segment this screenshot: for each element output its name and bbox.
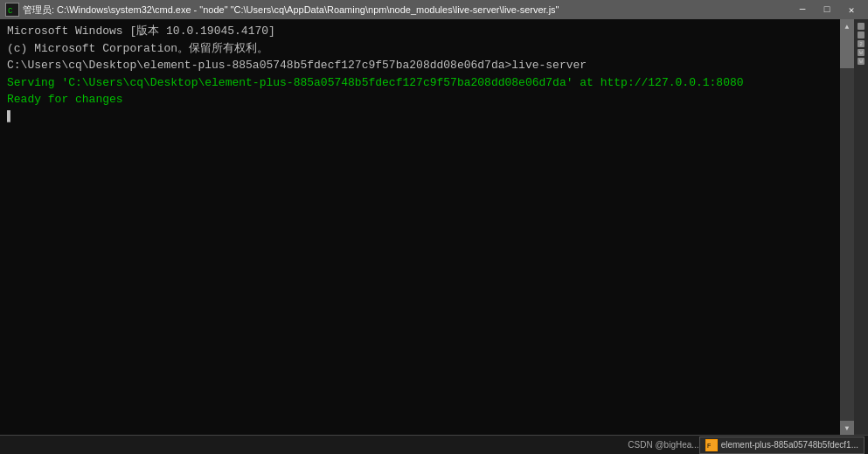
scrollbar-down-btn[interactable]: ▼ xyxy=(840,421,854,435)
scrollbar-thumb-area xyxy=(840,33,854,421)
terminal-line-0: Microsoft Windows [版本 10.0.19045.4170] xyxy=(7,23,833,40)
title-bar-controls: ─ □ ✕ xyxy=(791,3,863,17)
terminal-cursor-line xyxy=(7,108,833,126)
close-button[interactable]: ✕ xyxy=(840,3,863,17)
side-dot-3: 2 xyxy=(858,40,865,47)
scrollbar-thumb[interactable] xyxy=(840,33,854,68)
side-dot-5: W xyxy=(858,58,865,65)
terminal-line-4: Serving 'C:\Users\cq\Desktop\element-plu… xyxy=(7,74,833,92)
taskbar-csdn-label: CSDN @bigHea... xyxy=(628,440,698,450)
side-panel: 2 W W xyxy=(854,19,868,435)
taskbar-item[interactable]: F element-plus-885a05748b5fdecf1... xyxy=(699,437,865,454)
terminal-line-5: Ready for changes xyxy=(7,91,833,108)
side-dot-4: W xyxy=(858,49,865,56)
maximize-button[interactable]: □ xyxy=(816,3,838,17)
scrollbar-track[interactable]: ▲ ▼ xyxy=(840,19,854,435)
taskbar: CSDN @bigHea... F element-plus-885a05748… xyxy=(0,435,868,454)
window-container: Microsoft Windows [版本 10.0.19045.4170] (… xyxy=(0,19,868,435)
terminal-area[interactable]: Microsoft Windows [版本 10.0.19045.4170] (… xyxy=(0,19,840,435)
terminal-line-1: (c) Microsoft Corporation。保留所有权利。 xyxy=(7,40,833,58)
svg-text:F: F xyxy=(707,443,711,449)
minimize-button[interactable]: ─ xyxy=(791,3,814,17)
taskbar-item-icon: F xyxy=(705,439,718,451)
title-bar: C 管理员: C:\Windows\system32\cmd.exe - "no… xyxy=(0,0,868,19)
title-bar-text: 管理员: C:\Windows\system32\cmd.exe - "node… xyxy=(23,3,559,17)
cmd-icon: C xyxy=(5,3,19,17)
terminal-line-3: C:\Users\cq\Desktop\element-plus-885a057… xyxy=(7,57,833,74)
side-dot-1 xyxy=(858,23,865,30)
side-dot-2 xyxy=(858,31,865,38)
title-bar-left: C 管理员: C:\Windows\system32\cmd.exe - "no… xyxy=(5,3,559,17)
taskbar-item-label: element-plus-885a05748b5fdecf1... xyxy=(721,440,858,450)
scrollbar-up-btn[interactable]: ▲ xyxy=(840,19,854,33)
svg-text:C: C xyxy=(8,7,13,16)
